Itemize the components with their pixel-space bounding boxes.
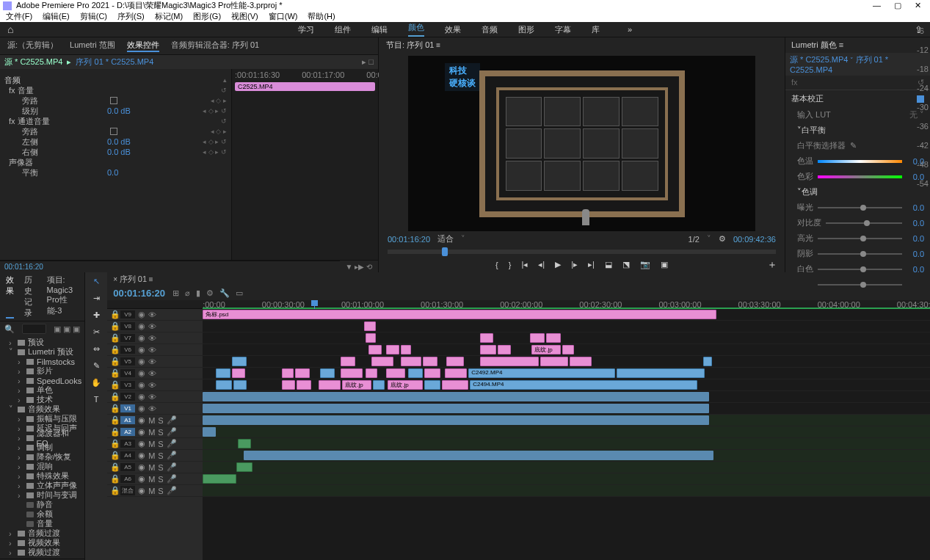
- timeline-clip[interactable]: [570, 357, 592, 366]
- ws-edit[interactable]: 编辑: [371, 24, 388, 35]
- timeline-clip[interactable]: [236, 462, 253, 472]
- timeline-clip[interactable]: [424, 380, 440, 390]
- timeline-clip[interactable]: [424, 368, 440, 378]
- timeline-clip[interactable]: [203, 392, 709, 401]
- tl-seq-name[interactable]: 序列 01: [120, 274, 147, 283]
- button-editor-icon[interactable]: ＋: [767, 258, 777, 272]
- timeline-clip[interactable]: [282, 380, 295, 390]
- eyedropper-icon[interactable]: ✎: [850, 141, 857, 150]
- tree-item[interactable]: ˅Lumetri 预设: [3, 347, 81, 357]
- atrack-header[interactable]: 🔒A3◉MS🎤: [107, 438, 203, 450]
- vtrack-header[interactable]: 🔒V2◉👁: [107, 391, 203, 403]
- menu-window[interactable]: 窗口(W): [269, 11, 298, 22]
- timeline-clip[interactable]: [364, 321, 376, 331]
- timeline-clip[interactable]: [530, 333, 545, 343]
- timeline-ruler[interactable]: :00:00 00:00:30:00 00:01:00:00 00:01:30:…: [107, 300, 930, 309]
- timeline-clip[interactable]: [368, 345, 382, 354]
- ws-audio[interactable]: 音频: [482, 24, 498, 35]
- timeline-clip[interactable]: [203, 427, 216, 437]
- timeline-clip[interactable]: [319, 380, 341, 390]
- timeline-clip[interactable]: [320, 368, 335, 378]
- tab-effects[interactable]: 效果: [6, 274, 14, 319]
- timeline-clip[interactable]: 角标.psd: [203, 310, 716, 319]
- prog-timecode[interactable]: 00:01:16:20: [388, 235, 430, 244]
- timeline-clip[interactable]: [442, 380, 468, 390]
- timeline-clip[interactable]: [401, 357, 421, 366]
- close-button[interactable]: ✕: [915, 1, 921, 10]
- atrack-header[interactable]: 🔒A6◉MS🎤: [107, 473, 203, 485]
- track-headers[interactable]: 🔒V9◉👁🔒V8◉👁🔒V7◉👁🔒V6◉👁🔒V5◉👁🔒V4◉👁🔒V3◉👁🔒V2◉👁…: [107, 309, 203, 560]
- maximize-button[interactable]: ▢: [894, 1, 901, 10]
- timeline-clip[interactable]: [232, 368, 245, 378]
- vtrack-header[interactable]: 🔒V4◉👁: [107, 368, 203, 379]
- go-out-icon[interactable]: ▸|: [588, 260, 595, 269]
- timeline-clip[interactable]: [703, 357, 712, 366]
- ws-captions[interactable]: 字幕: [555, 24, 571, 35]
- left-value[interactable]: 0.0 dB: [107, 137, 131, 146]
- timeline-clip[interactable]: [297, 380, 311, 390]
- ws-effects[interactable]: 效果: [445, 24, 461, 35]
- timeline-clip[interactable]: C2494.MP4: [470, 380, 697, 390]
- timeline-clip[interactable]: [446, 357, 464, 366]
- timeline-clip[interactable]: [480, 345, 496, 354]
- efc-clip[interactable]: C2525.MP4: [235, 82, 375, 91]
- timeline-clip[interactable]: [203, 415, 709, 425]
- go-in-icon[interactable]: |◂: [521, 260, 528, 269]
- slip-tool-icon[interactable]: ⇔: [93, 344, 100, 354]
- effects-search-input[interactable]: [22, 324, 46, 334]
- export-frame-icon[interactable]: 📷: [640, 260, 650, 269]
- efc-chvol[interactable]: fx 通道音量: [4, 116, 107, 127]
- atrack-header[interactable]: 🔒A5◉MS🎤: [107, 462, 203, 473]
- timeline-clip[interactable]: [366, 368, 377, 378]
- caption-icon[interactable]: ▭: [236, 288, 243, 298]
- ws-learn[interactable]: 学习: [298, 24, 314, 35]
- timeline-clip[interactable]: 底纹.jp: [388, 380, 423, 390]
- atrack-header[interactable]: 🔒A4◉MS🎤: [107, 450, 203, 462]
- selection-tool-icon[interactable]: ↖: [93, 277, 100, 286]
- home-icon[interactable]: ⌂: [7, 23, 13, 35]
- menu-edit[interactable]: 编辑(E): [43, 11, 70, 22]
- timeline-clip[interactable]: [295, 368, 310, 378]
- efc-level[interactable]: 级别: [4, 106, 107, 117]
- vtrack-header[interactable]: 🔒V6◉👁: [107, 344, 203, 356]
- ws-assembly[interactable]: 组件: [335, 24, 351, 35]
- tab-project[interactable]: 项目: Magic3 Pro性能-3: [47, 274, 79, 319]
- timeline-clip[interactable]: [244, 451, 713, 460]
- efc-right[interactable]: 右侧: [4, 147, 107, 158]
- balance-value[interactable]: 0.0: [107, 168, 118, 177]
- timeline-clip[interactable]: [371, 357, 393, 366]
- timeline-clip[interactable]: [216, 368, 230, 378]
- efc-left[interactable]: 左侧: [4, 137, 107, 148]
- ws-library[interactable]: 库: [592, 24, 600, 35]
- track-content[interactable]: 角标.psd底纹.jpC2492.MP4底纹.jp底纹.jpC2494.MP4: [203, 309, 930, 560]
- program-viewport[interactable]: 科技硬核谈: [408, 56, 755, 231]
- chbypass-checkbox[interactable]: [110, 128, 117, 135]
- timeline-clip[interactable]: [203, 474, 236, 484]
- timeline-clip[interactable]: [498, 345, 511, 354]
- efc-linked[interactable]: 序列 01 * C2525.MP4: [76, 57, 153, 68]
- ws-graphics[interactable]: 图形: [518, 24, 534, 35]
- marker-icon[interactable]: ▮: [196, 288, 200, 298]
- timeline-clip[interactable]: 底纹.jp: [531, 345, 561, 354]
- snap-icon[interactable]: ⊞: [172, 288, 179, 298]
- tree-item[interactable]: ›视频过渡: [3, 548, 81, 557]
- track-select-tool-icon[interactable]: ⇥: [93, 294, 100, 303]
- tree-item[interactable]: ›影片: [3, 366, 81, 376]
- vtrack-header[interactable]: 🔒V1◉👁: [107, 403, 203, 415]
- atrack-header[interactable]: 🔒A2◉MS🎤: [107, 426, 203, 438]
- bypass-checkbox[interactable]: [110, 97, 117, 104]
- timeline-clip[interactable]: [373, 380, 385, 390]
- prog-scrubber[interactable]: [388, 250, 776, 254]
- link-icon[interactable]: ⌀: [185, 288, 190, 298]
- timeline-clip[interactable]: 底纹.jp: [342, 380, 371, 390]
- timeline-clip[interactable]: [408, 368, 423, 378]
- timeline-clip[interactable]: [216, 380, 232, 390]
- timeline-clip[interactable]: [232, 357, 247, 366]
- extract-icon[interactable]: ⬔: [622, 260, 630, 269]
- efc-chbypass[interactable]: 旁路: [4, 126, 107, 137]
- efc-volume[interactable]: fx 音量: [4, 85, 107, 96]
- menu-sequence[interactable]: 序列(S): [117, 11, 145, 22]
- menu-view[interactable]: 视图(V): [231, 11, 258, 22]
- timeline-clip[interactable]: [203, 404, 709, 413]
- timeline-clip[interactable]: [546, 333, 561, 343]
